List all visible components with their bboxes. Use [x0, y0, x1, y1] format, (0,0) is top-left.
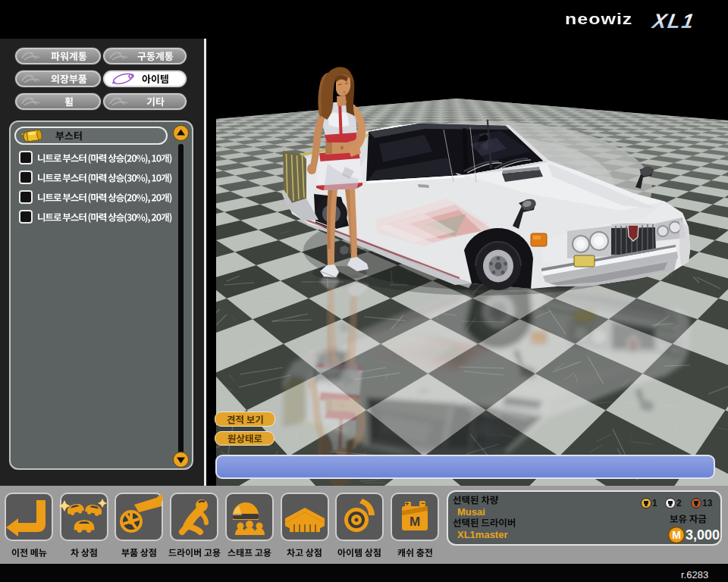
svg-text:M: M — [672, 529, 681, 541]
svg-text:+: + — [405, 500, 409, 508]
svg-text:M: M — [410, 515, 420, 529]
svg-text:XL1: XL1 — [651, 9, 697, 32]
svg-text:−: − — [421, 499, 425, 507]
